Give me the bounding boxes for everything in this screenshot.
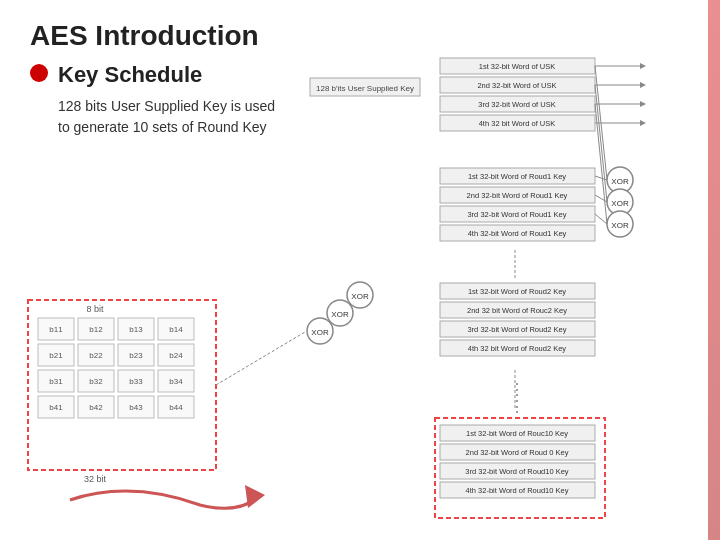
svg-text:2nd 32 bit Word of Rouc2 Key: 2nd 32 bit Word of Rouc2 Key: [467, 306, 567, 315]
svg-text:b41: b41: [49, 403, 63, 412]
svg-text:XOR: XOR: [311, 328, 329, 337]
page: AES Introduction Key Schedule 128 bits U…: [0, 0, 720, 540]
svg-text:b32: b32: [89, 377, 103, 386]
svg-text:32 bit: 32 bit: [84, 474, 107, 484]
svg-text:2nd 32-bit Word of USK: 2nd 32-bit Word of USK: [477, 81, 556, 90]
svg-text:b22: b22: [89, 351, 103, 360]
svg-text:3rd 32-bit Word of Roud10 Key: 3rd 32-bit Word of Roud10 Key: [465, 467, 569, 476]
svg-text:XOR: XOR: [611, 199, 629, 208]
svg-text:b14: b14: [169, 325, 183, 334]
page-title: AES Introduction: [30, 20, 690, 52]
svg-text:b11: b11: [49, 325, 63, 334]
svg-marker-97: [640, 82, 646, 88]
svg-text:b31: b31: [49, 377, 63, 386]
svg-text:b21: b21: [49, 351, 63, 360]
svg-text:XOR: XOR: [611, 177, 629, 186]
svg-text:b42: b42: [89, 403, 103, 412]
svg-text:XOR: XOR: [331, 310, 349, 319]
svg-line-47: [595, 85, 607, 202]
svg-text:b43: b43: [129, 403, 143, 412]
svg-text:2nd 32-bit Word of Roud 0 Key: 2nd 32-bit Word of Roud 0 Key: [466, 448, 569, 457]
svg-line-49: [595, 176, 607, 180]
svg-text:⋮: ⋮: [509, 398, 525, 415]
svg-marker-93: [640, 120, 646, 126]
svg-text:b12: b12: [89, 325, 103, 334]
svg-text:⋮: ⋮: [509, 381, 525, 398]
usk-label: 128 b'its User Supplied Key: [316, 84, 414, 93]
svg-text:4th 32 bit Word of USK: 4th 32 bit Word of USK: [479, 119, 556, 128]
svg-text:b33: b33: [129, 377, 143, 386]
diagram-svg: 128 b'its User Supplied Key 1st 32-bit W…: [0, 50, 720, 540]
svg-text:3rd 32-bit Word of Roud2 Key: 3rd 32-bit Word of Roud2 Key: [467, 325, 566, 334]
svg-text:4th 32-bit Word of Roud10 Key: 4th 32-bit Word of Roud10 Key: [466, 486, 569, 495]
svg-text:1st 32-bit Word of Roud2 Key: 1st 32-bit Word of Roud2 Key: [468, 287, 566, 296]
svg-text:1st 32-bit Word of USK: 1st 32-bit Word of USK: [479, 62, 556, 71]
svg-text:b23: b23: [129, 351, 143, 360]
svg-text:b24: b24: [169, 351, 183, 360]
svg-text:1st 32-bit Word of Roud1 Key: 1st 32-bit Word of Roud1 Key: [468, 172, 566, 181]
svg-text:b34: b34: [169, 377, 183, 386]
svg-text:3rd 32-bit Word of USK: 3rd 32-bit Word of USK: [478, 100, 555, 109]
svg-marker-95: [640, 101, 646, 107]
svg-marker-99: [640, 63, 646, 69]
svg-line-89: [216, 332, 305, 385]
svg-text:3rd 32-bit Word of Roud1 Key: 3rd 32-bit Word of Roud1 Key: [467, 210, 566, 219]
svg-text:XOR: XOR: [611, 221, 629, 230]
svg-text:8 bit: 8 bit: [86, 304, 104, 314]
svg-text:b13: b13: [129, 325, 143, 334]
svg-text:b44: b44: [169, 403, 183, 412]
svg-text:1st 32-bit Word of Rouc10 Key: 1st 32-bit Word of Rouc10 Key: [466, 429, 568, 438]
svg-line-50: [595, 195, 607, 202]
svg-text:XOR: XOR: [351, 292, 369, 301]
svg-text:4th 32 bit Word of Roud2 Key: 4th 32 bit Word of Roud2 Key: [468, 344, 567, 353]
svg-text:2nd 32-bit Word of Roud1 Key: 2nd 32-bit Word of Roud1 Key: [467, 191, 568, 200]
svg-text:4th 32-bit Word of Roud1 Key: 4th 32-bit Word of Roud1 Key: [468, 229, 567, 238]
svg-line-51: [595, 214, 607, 224]
